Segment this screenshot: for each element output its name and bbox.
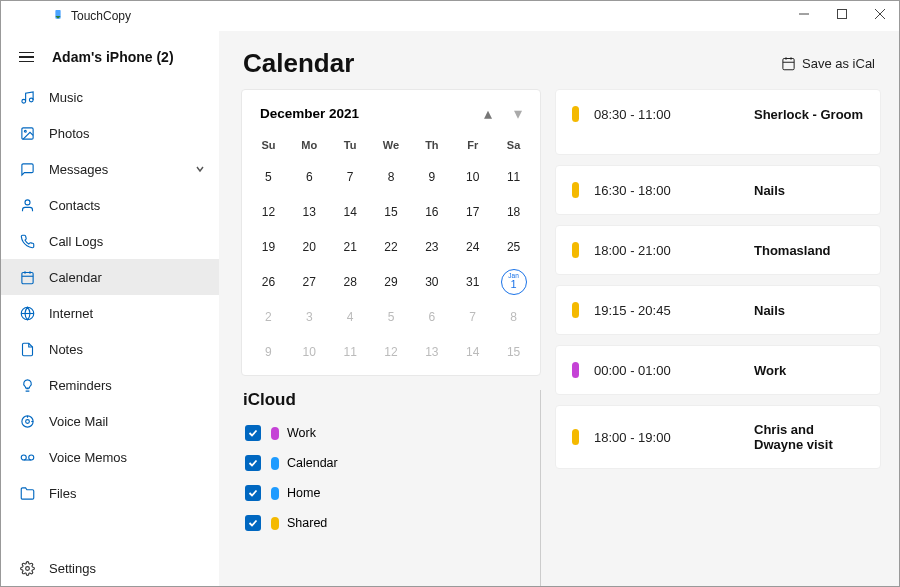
svg-rect-10	[21, 272, 32, 283]
calendar-day[interactable]: 18	[493, 194, 534, 229]
save-as-ical-button[interactable]: Save as iCal	[781, 56, 875, 71]
calendar-day[interactable]: 12	[248, 194, 289, 229]
calendar-day[interactable]: 2	[248, 299, 289, 334]
window-minimize-button[interactable]	[785, 1, 823, 27]
calendar-day[interactable]: 11	[330, 334, 371, 369]
sidebar-item-label: Voice Memos	[49, 450, 127, 465]
category-calendar[interactable]: Calendar	[241, 448, 524, 478]
sidebar-item-voicememos[interactable]: Voice Memos	[1, 439, 219, 475]
calendar-day[interactable]: 11	[493, 159, 534, 194]
sidebar-item-reminders[interactable]: Reminders	[1, 367, 219, 403]
calendar-day[interactable]: 5	[248, 159, 289, 194]
event-color-pill	[572, 182, 579, 198]
calendar-day[interactable]: 23	[411, 229, 452, 264]
window-maximize-button[interactable]	[823, 1, 861, 27]
checkbox-icon[interactable]	[245, 485, 261, 501]
event-row[interactable]: 08:30 - 11:00 Sherlock - Groom	[555, 89, 881, 155]
sidebar-item-voicemail[interactable]: Voice Mail	[1, 403, 219, 439]
svg-rect-24	[783, 59, 794, 70]
sidebar-item-label: Notes	[49, 342, 83, 357]
sidebar-item-contacts[interactable]: Contacts	[1, 187, 219, 223]
checkbox-icon[interactable]	[245, 515, 261, 531]
calendar-day[interactable]: 8	[371, 159, 412, 194]
calendar-day[interactable]: 13	[289, 194, 330, 229]
calendar-day[interactable]: 12	[371, 334, 412, 369]
calendar-day[interactable]: 21	[330, 229, 371, 264]
calendar-day[interactable]: 3	[289, 299, 330, 334]
checkbox-icon[interactable]	[245, 425, 261, 441]
music-icon	[19, 89, 35, 105]
calendar-day[interactable]: 9	[248, 334, 289, 369]
event-time: 18:00 - 21:00	[594, 243, 744, 258]
calendar-day[interactable]: 22	[371, 229, 412, 264]
calendar-day[interactable]: 26	[248, 264, 289, 299]
category-label: Shared	[287, 516, 327, 530]
event-list[interactable]: 08:30 - 11:00 Sherlock - Groom 16:30 - 1…	[555, 89, 891, 586]
calendar-day[interactable]: 6	[411, 299, 452, 334]
calendar-day[interactable]: 15	[371, 194, 412, 229]
calendar-day[interactable]: 15	[493, 334, 534, 369]
event-row[interactable]: 18:00 - 19:00 Chris and Dwayne visit	[555, 405, 881, 469]
sidebar-item-label: Photos	[49, 126, 89, 141]
calendar-day[interactable]: 17	[452, 194, 493, 229]
contacts-icon	[19, 197, 35, 213]
calendar-day[interactable]: 6	[289, 159, 330, 194]
sidebar-item-photos[interactable]: Photos	[1, 115, 219, 151]
sidebar-item-label: Settings	[49, 561, 96, 576]
device-selector[interactable]: Adam's iPhone (2)	[1, 41, 219, 79]
checkbox-icon[interactable]	[245, 455, 261, 471]
sidebar-item-notes[interactable]: Notes	[1, 331, 219, 367]
calendar-day[interactable]: 9	[411, 159, 452, 194]
page-title: Calendar	[243, 48, 354, 79]
event-row[interactable]: 19:15 - 20:45 Nails	[555, 285, 881, 335]
calendar-day[interactable]: 29	[371, 264, 412, 299]
event-color-pill	[572, 362, 579, 378]
next-month-button[interactable]: ▾	[514, 104, 522, 123]
svg-rect-2	[838, 10, 847, 19]
category-label: Work	[287, 426, 316, 440]
calendar-day[interactable]: 19	[248, 229, 289, 264]
chevron-down-icon	[195, 162, 205, 177]
calendar-day[interactable]: 24	[452, 229, 493, 264]
calendar-day[interactable]: 7	[330, 159, 371, 194]
calendar-day[interactable]: 27	[289, 264, 330, 299]
event-row[interactable]: 16:30 - 18:00 Nails	[555, 165, 881, 215]
sidebar-item-call-logs[interactable]: Call Logs	[1, 223, 219, 259]
calendar-day[interactable]: Jan1	[493, 264, 534, 299]
calendar-day[interactable]: 20	[289, 229, 330, 264]
calendar-day[interactable]: 30	[411, 264, 452, 299]
calendar-day[interactable]: 10	[452, 159, 493, 194]
category-home[interactable]: Home	[241, 478, 524, 508]
calendar-day[interactable]: 28	[330, 264, 371, 299]
sidebar-item-music[interactable]: Music	[1, 79, 219, 115]
category-shared[interactable]: Shared	[241, 508, 524, 538]
calendar-day[interactable]: 31	[452, 264, 493, 299]
sidebar-item-internet[interactable]: Internet	[1, 295, 219, 331]
event-row[interactable]: 18:00 - 21:00 Thomasland	[555, 225, 881, 275]
category-work[interactable]: Work	[241, 418, 524, 448]
calendar-day[interactable]: 4	[330, 299, 371, 334]
calendar-day[interactable]: 14	[330, 194, 371, 229]
calendar-day[interactable]: 5	[371, 299, 412, 334]
hamburger-icon[interactable]	[19, 52, 34, 63]
sidebar-item-settings[interactable]: Settings	[1, 550, 219, 586]
event-title: Chris and Dwayne visit	[754, 422, 864, 452]
title-bar: TouchCopy	[1, 1, 899, 31]
window-close-button[interactable]	[861, 1, 899, 27]
sidebar-item-messages[interactable]: Messages	[1, 151, 219, 187]
calendar-day[interactable]: 8	[493, 299, 534, 334]
calendar-day[interactable]: 14	[452, 334, 493, 369]
svg-point-5	[21, 99, 25, 103]
calendar-day[interactable]: 10	[289, 334, 330, 369]
calendar-day[interactable]: 16	[411, 194, 452, 229]
calendar-day[interactable]: 25	[493, 229, 534, 264]
calendar-day[interactable]: 7	[452, 299, 493, 334]
event-color-pill	[572, 302, 579, 318]
event-row[interactable]: 00:00 - 01:00 Work	[555, 345, 881, 395]
sidebar-item-files[interactable]: Files	[1, 475, 219, 511]
calendar-day[interactable]: 13	[411, 334, 452, 369]
prev-month-button[interactable]: ▴	[484, 104, 492, 123]
event-title: Sherlock - Groom	[754, 107, 864, 122]
category-color-dot	[271, 427, 279, 440]
sidebar-item-calendar[interactable]: Calendar	[1, 259, 219, 295]
